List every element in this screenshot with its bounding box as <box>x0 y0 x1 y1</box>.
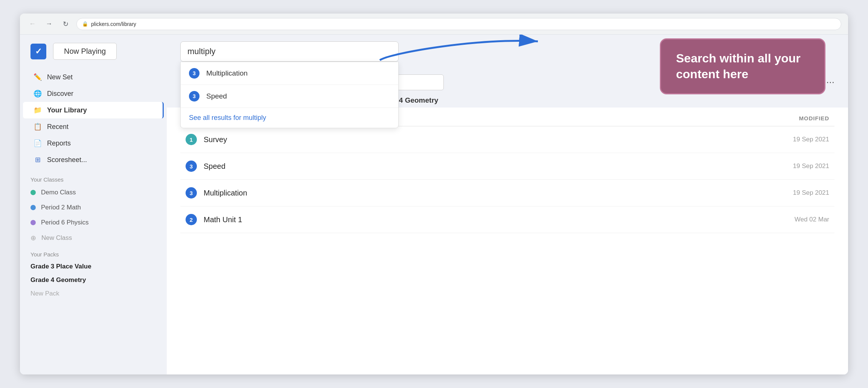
row-badge-mathunit1: 2 <box>186 214 197 225</box>
plickers-logo: ✓ <box>30 44 46 59</box>
sidebar-item-recent[interactable]: 📋 Recent <box>23 118 164 135</box>
sidebar-item-new-pack[interactable]: New Pack <box>20 287 167 300</box>
sidebar: ✓ Now Playing ✏️ New Set 🌐 Discover 📁 Yo… <box>20 35 167 374</box>
table-area: NAME ↓ MODIFIED 1 Survey 19 Sep 2021 3 S… <box>167 108 848 374</box>
row-name-survey: Survey <box>204 135 754 144</box>
back-button[interactable]: ← <box>27 18 38 30</box>
row-modified-speed: 19 Sep 2021 <box>754 162 829 170</box>
sidebar-item-discover[interactable]: 🌐 Discover <box>23 85 164 102</box>
table-row[interactable]: 2 Math Unit 1 Wed 02 Mar <box>180 206 834 233</box>
period6-dot <box>30 220 36 225</box>
period2-label: Period 2 Math <box>41 204 81 211</box>
dropdown-label-speed: Speed <box>206 92 227 100</box>
row-name-mathunit1: Math Unit 1 <box>204 215 754 224</box>
forward-button[interactable]: → <box>43 18 55 30</box>
col-modified-header: MODIFIED <box>754 115 829 121</box>
period6-label: Period 6 Physics <box>41 219 89 226</box>
row-badge-multiplication: 3 <box>186 187 197 199</box>
globe-icon: 🌐 <box>34 89 42 98</box>
sidebar-item-period2[interactable]: Period 2 Math <box>20 200 167 215</box>
callout-text: Search within all your content here <box>676 52 801 81</box>
browser-content: ✓ Now Playing ✏️ New Set 🌐 Discover 📁 Yo… <box>20 35 848 374</box>
sidebar-item-grade3[interactable]: Grade 3 Place Value <box>20 260 167 273</box>
url-text: plickers.com/library <box>91 21 136 27</box>
sidebar-nav: ✏️ New Set 🌐 Discover 📁 Your Library 📋 R… <box>20 66 167 171</box>
row-badge-speed: 3 <box>186 161 197 172</box>
browser-toolbar: ← → ↻ 🔒 plickers.com/library <box>20 14 848 35</box>
search-dropdown: 3 Multiplication 3 Speed See all results… <box>180 62 399 128</box>
main-content: 3 Multiplication 3 Speed See all results… <box>167 35 848 374</box>
badge-3-multiplication: 3 <box>189 68 199 79</box>
sidebar-item-your-library[interactable]: 📁 Your Library <box>23 102 164 118</box>
more-button[interactable]: ⋯ <box>826 77 834 87</box>
row-modified-mathunit1: Wed 02 Mar <box>754 216 829 223</box>
search-input[interactable] <box>180 41 399 62</box>
scoresheet-icon: ⊞ <box>34 156 42 164</box>
sidebar-item-new-class[interactable]: ⊕ New Class <box>20 230 167 246</box>
callout-box: Search within all your content here <box>660 38 825 94</box>
reload-button[interactable]: ↻ <box>60 18 71 30</box>
sidebar-label-recent: Recent <box>47 123 69 131</box>
row-modified-multiplication: 19 Sep 2021 <box>754 189 829 197</box>
search-bar-wrapper: 3 Multiplication 3 Speed See all results… <box>180 41 399 62</box>
plus-circle-icon: ⊕ <box>30 234 36 242</box>
sidebar-top: ✓ Now Playing <box>20 35 167 66</box>
table-row[interactable]: 3 Multiplication 19 Sep 2021 <box>180 180 834 206</box>
search-area: 3 Multiplication 3 Speed See all results… <box>167 35 848 62</box>
recent-icon: 📋 <box>34 123 42 131</box>
your-packs-label: Your Packs <box>20 246 167 260</box>
row-name-speed: Speed <box>204 162 754 171</box>
sidebar-label-new-set: New Set <box>47 73 73 81</box>
browser-frame: ← → ↻ 🔒 plickers.com/library ✓ Now Playi… <box>20 14 848 374</box>
sidebar-label-discover: Discover <box>47 90 73 98</box>
sidebar-item-scoresheet[interactable]: ⊞ Scoresheet... <box>23 152 164 168</box>
dropdown-item-multiplication[interactable]: 3 Multiplication <box>181 62 398 85</box>
demo-class-dot <box>30 190 36 195</box>
now-playing-button[interactable]: Now Playing <box>53 43 117 60</box>
dropdown-label-multiplication: Multiplication <box>206 69 248 77</box>
row-badge-survey: 1 <box>186 134 197 145</box>
row-modified-survey: 19 Sep 2021 <box>754 136 829 143</box>
sidebar-item-grade4[interactable]: Grade 4 Geometry <box>20 273 167 287</box>
folder-icon: 📁 <box>34 106 42 114</box>
period2-dot <box>30 205 36 210</box>
demo-class-label: Demo Class <box>41 189 76 196</box>
table-row[interactable]: 3 Speed 19 Sep 2021 <box>180 153 834 180</box>
report-icon: 📄 <box>34 139 42 147</box>
badge-3-speed: 3 <box>189 91 199 102</box>
see-all-link[interactable]: See all results for multiply <box>181 108 398 128</box>
sidebar-item-period6[interactable]: Period 6 Physics <box>20 215 167 230</box>
lock-icon: 🔒 <box>82 21 88 27</box>
sidebar-label-your-library: Your Library <box>47 106 87 114</box>
edit-icon: ✏️ <box>34 73 42 81</box>
table-row[interactable]: 1 Survey 19 Sep 2021 <box>180 126 834 153</box>
sidebar-item-demo-class[interactable]: Demo Class <box>20 185 167 200</box>
sidebar-label-reports: Reports <box>47 139 71 147</box>
address-bar: 🔒 plickers.com/library <box>76 18 841 30</box>
sidebar-item-new-set[interactable]: ✏️ New Set <box>23 69 164 85</box>
sidebar-label-scoresheet: Scoresheet... <box>47 156 87 164</box>
new-class-label: New Class <box>41 234 72 242</box>
your-classes-label: Your Classes <box>20 171 167 185</box>
dropdown-item-speed[interactable]: 3 Speed <box>181 85 398 108</box>
row-name-multiplication: Multiplication <box>204 189 754 197</box>
sidebar-item-reports[interactable]: 📄 Reports <box>23 135 164 152</box>
